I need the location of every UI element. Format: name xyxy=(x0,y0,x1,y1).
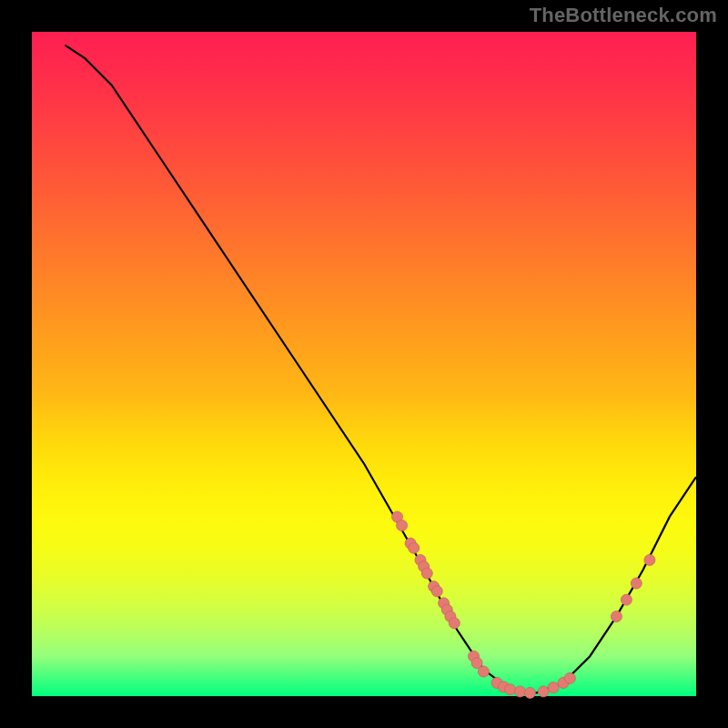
data-point xyxy=(644,554,655,565)
data-point xyxy=(505,684,516,695)
curve-layer xyxy=(32,32,696,696)
watermark-text: TheBottleneck.com xyxy=(530,4,717,27)
data-point xyxy=(621,594,632,605)
data-point xyxy=(397,520,408,531)
chart-frame: TheBottleneck.com xyxy=(0,0,728,728)
data-point xyxy=(538,686,549,697)
data-point xyxy=(548,682,559,693)
data-point xyxy=(478,666,489,677)
data-markers xyxy=(392,511,655,699)
data-point xyxy=(564,672,575,683)
data-point xyxy=(525,687,536,698)
data-point xyxy=(515,686,526,697)
data-point xyxy=(409,542,420,553)
data-point xyxy=(631,578,642,589)
data-point xyxy=(421,568,432,579)
bottleneck-curve xyxy=(66,46,697,693)
data-point xyxy=(431,586,442,597)
plot-area xyxy=(32,32,696,696)
data-point xyxy=(449,618,460,629)
data-point xyxy=(611,611,622,622)
